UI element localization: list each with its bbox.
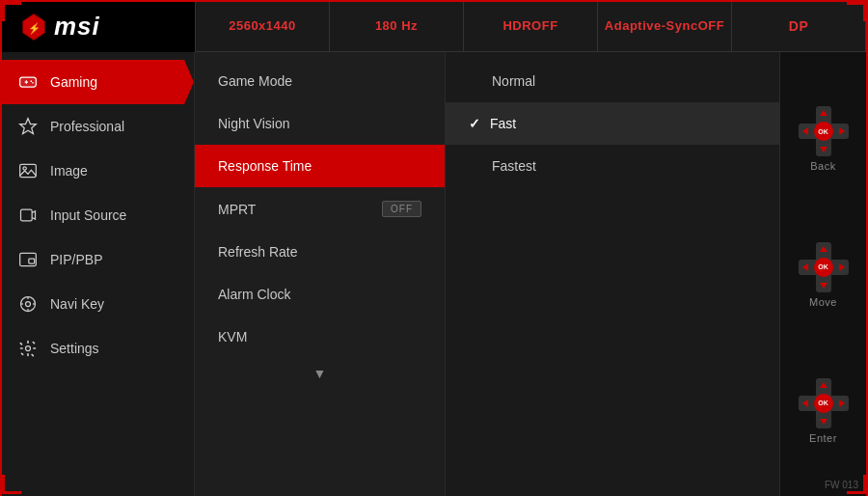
msi-logo: ⚡ msi [19, 12, 100, 41]
move-dpad: OK [799, 242, 849, 292]
back-dpad: OK [799, 106, 849, 156]
controls-panel: OK Back OK Move [779, 52, 866, 496]
menu-item-kvm[interactable]: KVM [195, 316, 445, 358]
menu-item-game-mode[interactable]: Game Mode [195, 60, 445, 102]
option-fast[interactable]: Fast [446, 102, 779, 145]
option-normal-label: Normal [492, 73, 535, 89]
svg-point-14 [26, 302, 31, 307]
sidebar-item-navi-key[interactable]: Navi Key [2, 282, 194, 326]
enter-label: Enter [809, 432, 837, 444]
menu-item-alarm-clock[interactable]: Alarm Clock [195, 273, 445, 316]
menu-item-response-time[interactable]: Response Time [195, 145, 445, 187]
gaming-icon [17, 71, 39, 93]
option-fast-label: Fast [490, 116, 516, 131]
sidebar-label-gaming: Gaming [50, 74, 97, 90]
dpad3-left-arrow [802, 400, 808, 407]
enter-control[interactable]: OK Enter [799, 378, 849, 444]
header-refresh: 180 Hz [330, 2, 464, 51]
sidebar-item-pip-pbp[interactable]: PIP/PBP [2, 237, 194, 282]
dpad2-left-arrow [802, 263, 808, 271]
sidebar-label-image: Image [50, 163, 88, 179]
header-adaptive-sync: Adaptive-SyncOFF [598, 2, 732, 51]
monitor-osd: ⚡ msi 2560x1440 180 Hz HDROFF Adaptive-S… [0, 0, 868, 496]
msi-brand-text: msi [54, 12, 100, 41]
pip-pbp-icon [17, 249, 39, 270]
image-icon [17, 160, 39, 181]
header-stats: 2560x1440 180 Hz HDROFF Adaptive-SyncOFF… [195, 2, 866, 51]
move-control[interactable]: OK Move [799, 242, 849, 308]
main-content: Gaming Professional Image Input Source [2, 52, 866, 496]
dpad-right-arrow [839, 127, 845, 135]
dpad2-up-arrow [820, 246, 827, 252]
header-resolution: 2560x1440 [196, 2, 330, 51]
mprt-toggle[interactable]: OFF [382, 201, 421, 217]
corner-decoration-tl [2, 2, 21, 21]
corner-decoration-br [847, 475, 866, 494]
dpad2-center-ok: OK [814, 258, 833, 277]
input-source-icon [17, 205, 39, 226]
scroll-down-arrow[interactable]: ▼ [195, 358, 445, 389]
option-fastest[interactable]: Fastest [446, 145, 779, 187]
corner-decoration-tr [847, 2, 866, 21]
svg-text:⚡: ⚡ [28, 21, 41, 34]
svg-marker-7 [20, 119, 37, 134]
svg-point-5 [31, 80, 33, 82]
back-control[interactable]: OK Back [799, 106, 849, 172]
middle-menu: Game Mode Night Vision Response Time MPR… [195, 52, 446, 496]
sidebar-item-input-source[interactable]: Input Source [2, 193, 194, 237]
dpad2-down-arrow [820, 283, 827, 289]
dpad3-center-ok: OK [814, 394, 833, 413]
enter-dpad: OK [799, 378, 849, 428]
logo-area: ⚡ msi [2, 2, 195, 52]
options-panel: Normal Fast Fastest [446, 52, 779, 496]
svg-rect-8 [20, 164, 37, 177]
header-bar: ⚡ msi 2560x1440 180 Hz HDROFF Adaptive-S… [2, 2, 866, 52]
corner-decoration-bl [2, 475, 21, 494]
sidebar-item-professional[interactable]: Professional [2, 104, 194, 149]
menu-item-refresh-rate[interactable]: Refresh Rate [195, 231, 445, 273]
ok-text-back: OK [818, 128, 828, 135]
menu-item-night-vision[interactable]: Night Vision [195, 102, 445, 145]
sidebar-label-input-source: Input Source [50, 207, 126, 223]
professional-icon [17, 116, 39, 137]
svg-point-19 [26, 346, 31, 351]
svg-rect-10 [21, 209, 33, 221]
menu-item-mprt[interactable]: MPRT OFF [195, 187, 445, 231]
settings-icon [17, 338, 39, 359]
dpad3-down-arrow [820, 419, 827, 425]
dpad2-right-arrow [839, 263, 845, 271]
svg-point-6 [32, 82, 34, 84]
navi-key-icon [17, 293, 39, 315]
svg-rect-12 [29, 259, 35, 263]
mprt-label: MPRT [218, 202, 256, 217]
dpad3-up-arrow [820, 382, 827, 388]
dpad3-right-arrow [839, 400, 845, 407]
dpad-left-arrow [802, 127, 808, 135]
sidebar-label-navi-key: Navi Key [50, 296, 104, 312]
sidebar-label-pip-pbp: PIP/PBP [50, 252, 102, 267]
header-hdr: HDROFF [464, 2, 598, 51]
sidebar-item-settings[interactable]: Settings [2, 326, 194, 371]
move-label: Move [809, 296, 837, 308]
sidebar-label-settings: Settings [50, 341, 99, 356]
svg-point-9 [23, 167, 26, 170]
ok-text-move: OK [818, 263, 828, 270]
sidebar-item-image[interactable]: Image [2, 149, 194, 193]
dpad-down-arrow [820, 147, 827, 152]
dragon-icon: ⚡ [19, 13, 48, 41]
option-normal[interactable]: Normal [446, 60, 779, 102]
sidebar: Gaming Professional Image Input Source [2, 52, 195, 496]
ok-text-enter: OK [818, 400, 828, 406]
sidebar-label-professional: Professional [50, 119, 124, 134]
back-label: Back [810, 160, 835, 172]
option-fastest-label: Fastest [492, 158, 536, 174]
dpad-up-arrow [820, 110, 827, 116]
sidebar-item-gaming[interactable]: Gaming [2, 60, 194, 104]
dpad-center-ok: OK [814, 122, 833, 141]
